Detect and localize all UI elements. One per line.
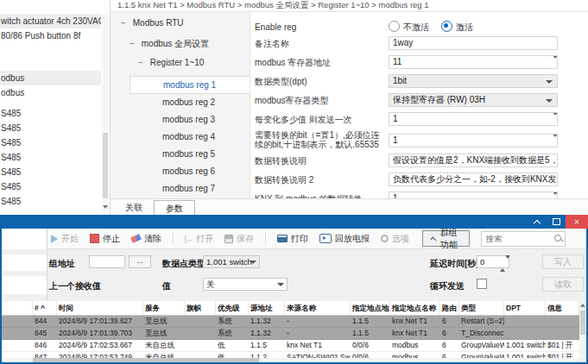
stepper-arrows-icon[interactable]: [500, 258, 507, 269]
cyclic-send-checkbox[interactable]: [477, 279, 487, 289]
bits-stepper[interactable]: 1: [389, 134, 558, 147]
search-input[interactable]: [484, 233, 586, 245]
clear-button[interactable]: 清除: [131, 233, 161, 245]
open-icon: [←: [185, 235, 193, 243]
telegram-table: # ^时间服务旗帜优先级源地址来源名称指定地点地址指定地点名称路由类型DPT信息…: [2, 301, 579, 362]
replay-button[interactable]: 回放电报: [319, 233, 370, 245]
datapoint-type-select[interactable]: 1.001 switch: [203, 255, 260, 268]
printer-icon: [277, 235, 288, 242]
chevron-down-icon[interactable]: [546, 99, 553, 103]
tab-relation[interactable]: 关联: [114, 200, 154, 215]
table-header-cell[interactable]: DPT: [504, 301, 546, 315]
send-delta-stepper[interactable]: 1: [389, 112, 558, 126]
value-value: 关: [206, 279, 215, 289]
maximize-button[interactable]: [547, 215, 566, 229]
radio-off-label[interactable]: 不激活: [403, 22, 429, 32]
table-header-cell[interactable]: 来源名称: [285, 301, 351, 315]
tree-node-register[interactable]: modbus reg 1: [130, 76, 250, 94]
browse-button[interactable]: ...: [129, 255, 151, 268]
tree-node-register[interactable]: modbus reg 7: [111, 180, 250, 198]
radio-on-label[interactable]: 激活: [456, 22, 473, 32]
stop-button[interactable]: 停止: [90, 233, 120, 245]
tab-parameter[interactable]: 参数: [154, 200, 195, 216]
minimize-button[interactable]: [528, 215, 547, 229]
collapse-icon[interactable]: −: [138, 58, 148, 67]
table-vertical-scrollbar[interactable]: [579, 301, 586, 358]
tree-node-register[interactable]: modbus reg 6: [111, 163, 250, 180]
device-list-item[interactable]: S485: [0, 106, 101, 121]
table-header-cell[interactable]: 服务: [143, 301, 185, 315]
device-list-item[interactable]: S485: [0, 135, 101, 150]
table-row[interactable]: 846 2024/6/9 17:02:53.667 来自总线 低 1.1.5 k…: [2, 340, 579, 352]
tree-node-global-settings[interactable]: − modbus 全局设置: [130, 38, 209, 50]
scrollbar-thumb[interactable]: [33, 358, 259, 362]
table-header-cell[interactable]: 源地址: [249, 301, 285, 315]
table-header-cell[interactable]: 时间: [57, 301, 143, 315]
reg-addr-stepper[interactable]: 11: [389, 55, 558, 69]
table-header-cell[interactable]: 指定地点名称: [390, 301, 440, 315]
group-address-input[interactable]: [89, 255, 125, 268]
radio-on[interactable]: [441, 21, 452, 32]
table-header-cell[interactable]: 优先级: [216, 301, 249, 315]
table-header-cell[interactable]: # ^: [33, 301, 57, 315]
device-list-item[interactable]: S485: [0, 165, 101, 179]
device-list-scrollbar[interactable]: [102, 14, 109, 211]
note-input[interactable]: 1way: [389, 36, 558, 50]
scrollbar-thumb[interactable]: [580, 311, 585, 335]
tree-node-register-range[interactable]: − Register 1~10: [138, 58, 204, 67]
dpt-select[interactable]: 1bit: [389, 74, 558, 88]
options-button[interactable]: 选项: [381, 233, 409, 245]
reg-type-select[interactable]: 保持型寄存器 (RW) 03H: [389, 93, 558, 107]
tree-node-modbus-rtu[interactable]: − Modbus RTU: [121, 18, 184, 28]
stepper-arrows-icon[interactable]: [547, 136, 554, 147]
save-button[interactable]: 保存: [224, 233, 254, 245]
collapse-icon[interactable]: −: [130, 39, 139, 48]
cell-info: $01 | 开: [546, 340, 579, 351]
device-list-item[interactable]: S485: [0, 121, 101, 135]
tree-node-register[interactable]: modbus reg 3: [111, 111, 250, 129]
table-row[interactable]: 844 2024/6/9 17:01:39.627 至总线 系统 1.1.32 …: [2, 316, 579, 328]
value-select[interactable]: 关: [203, 278, 288, 291]
chevron-down-icon[interactable]: [546, 80, 553, 84]
table-header-cell[interactable]: [2, 301, 33, 315]
conv1-input[interactable]: 假设设置的值是2，KNX端接收到数据是5，modbus端: [389, 154, 558, 167]
tree-node-register[interactable]: modbus reg 2: [111, 94, 250, 111]
replay-icon: [319, 234, 332, 243]
radio-off[interactable]: [389, 21, 400, 32]
table-header-cell[interactable]: 指定地点地址: [351, 301, 390, 315]
collapse-icon[interactable]: −: [121, 18, 130, 28]
conv2-input[interactable]: 负数代表多少分之一，如-2，接收到KNX发过来的值是: [389, 173, 558, 186]
device-list-item[interactable]: odbus: [0, 71, 101, 85]
tree-node-register[interactable]: modbus reg 4: [111, 129, 250, 146]
device-list-item[interactable]: S485: [0, 194, 101, 209]
device-list-item[interactable]: 80/86 Push button 8f: [0, 28, 101, 43]
table-row[interactable]: 845 2024/6/9 17:01:39.703 至总线 系统 1.1.32 …: [2, 328, 579, 340]
close-button[interactable]: ×: [566, 215, 588, 229]
tree-node-register[interactable]: modbus reg 5: [111, 146, 250, 163]
search-icon[interactable]: [554, 235, 561, 242]
stepper-arrows-icon[interactable]: [547, 115, 554, 126]
table-horizontal-scrollbar[interactable]: [2, 358, 579, 362]
write-button[interactable]: 写入: [542, 254, 584, 269]
read-button[interactable]: 读取: [542, 277, 584, 292]
device-list-item[interactable]: S485: [0, 179, 101, 194]
print-button[interactable]: 打印: [277, 233, 308, 245]
open-button[interactable]: [←打开: [185, 233, 214, 245]
delay-stepper[interactable]: 0: [477, 255, 509, 268]
stepper-arrows-icon[interactable]: [547, 58, 554, 69]
scroll-up-arrow-icon[interactable]: [580, 304, 585, 307]
device-list-item[interactable]: S485: [0, 150, 101, 165]
scrollbar-thumb[interactable]: [103, 133, 108, 198]
start-button[interactable]: 开始: [51, 233, 79, 245]
device-list-item[interactable]: odbus: [0, 85, 101, 100]
table-header-cell[interactable]: 信息: [546, 301, 579, 315]
table-header-cell[interactable]: 类型: [459, 301, 504, 315]
table-header-cell[interactable]: 路由: [440, 301, 459, 315]
group-functions-button[interactable]: 群组功能: [422, 230, 470, 247]
scroll-down-arrow-icon[interactable]: [103, 205, 108, 209]
chevron-down-icon[interactable]: [250, 260, 256, 264]
chevron-down-icon[interactable]: [277, 283, 284, 286]
device-list-item[interactable]: witch actuator 4ch 230VAC 16A: [0, 14, 101, 28]
table-header-cell[interactable]: 旗帜: [185, 301, 216, 315]
device-list: witch actuator 4ch 230VAC 16A 80/86 Push…: [0, 14, 101, 209]
